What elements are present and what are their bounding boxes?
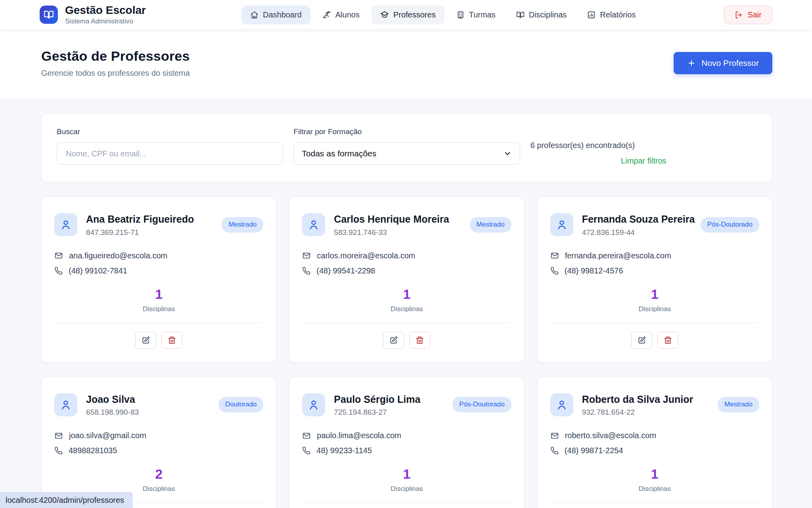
disciplines-label: Disciplinas [302,485,511,493]
user-icon [556,399,568,411]
edit-button[interactable] [631,332,652,349]
phone-icon [54,267,63,275]
mail-icon [54,251,63,260]
logout-icon [735,11,743,19]
nav-item-turmas[interactable]: Turmas [448,6,504,24]
trash-icon [664,336,672,344]
nav-item-alunos[interactable]: Alunos [314,6,368,24]
phone-icon [54,446,63,455]
nav-label: Professores [393,10,436,19]
new-professor-label: Novo Professor [701,58,759,68]
new-professor-button[interactable]: Novo Professor [674,52,772,74]
nav-item-relatorios[interactable]: Relatórios [578,6,644,24]
formation-select[interactable]: Todas as formações [293,142,520,165]
nav-label: Alunos [335,10,360,19]
disciplines-count: 1 [302,466,511,482]
card-divider [550,502,759,503]
disciplines-count: 1 [54,287,263,302]
professor-name: Roberto da Silva Junior [582,393,712,406]
professor-email: joao.silva@gmail.com [69,431,146,440]
nav-item-professores[interactable]: Professores [372,6,444,24]
formation-badge: Mestrado [718,397,759,412]
status-url-bar: localhost:4200/admin/professores [0,492,132,508]
card-divider [302,502,511,503]
professor-email: ana.figueiredo@escola.com [69,251,167,260]
professor-name: Joao Silva [86,393,213,406]
avatar [550,393,573,416]
formation-filter-label: Filtrar por Formação [293,127,520,136]
formation-badge: Doutorado [218,397,263,412]
user-icon [556,219,568,231]
disciplines-label: Disciplinas [302,305,511,313]
disciplines-label: Disciplinas [550,485,759,493]
professor-email: fernanda.pereira@escola.com [565,251,671,260]
page-title: Gestão de Professores [41,48,190,64]
formation-badge: Pós-Doutorado [701,217,759,233]
search-label: Buscar [57,127,283,136]
mail-icon [302,431,311,440]
disciplines-count: 1 [302,287,511,302]
app-subtitle: Sistema Administrativo [65,17,146,25]
app-title: Gestão Escolar [65,4,146,17]
avatar [550,213,573,236]
page-header: Gestão de Professores Gerencie todos os … [0,29,812,98]
delete-button[interactable] [409,332,430,349]
phone-icon [550,446,559,455]
results-count: 6 professor(es) encontrado(s) [530,141,757,150]
top-navbar: Gestão Escolar Sistema Administrativo Da… [0,0,812,29]
professor-cpf: 583.921.746-33 [334,228,464,237]
student-icon [322,10,331,19]
nav-item-dashboard[interactable]: Dashboard [241,6,310,24]
nav-label: Disciplinas [529,10,567,19]
nav-label: Dashboard [263,10,302,19]
page-subtitle: Gerencie todos os professores do sistema [41,69,190,78]
user-icon [60,219,72,231]
professor-cpf: 725.194.863-27 [334,408,447,417]
delete-button[interactable] [161,332,182,349]
plus-icon [687,59,696,67]
trash-icon [168,336,176,344]
edit-button[interactable] [135,332,156,349]
edit-icon [638,336,646,344]
edit-button[interactable] [383,332,404,349]
user-icon [60,399,72,411]
disciplines-count: 2 [54,466,263,482]
formation-badge: Mestrado [222,217,263,233]
search-input[interactable] [57,142,283,165]
professor-name: Ana Beatriz Figueiredo [86,213,216,226]
professor-email: carlos.moreira@escola.com [317,251,415,260]
edit-icon [389,336,398,344]
logout-button[interactable]: Sair [724,6,772,24]
professor-cpf: 472.836.159-44 [582,228,695,237]
chevron-down-icon [503,149,512,158]
nav-label: Turmas [469,10,496,19]
clear-filters-link[interactable]: Limpar filtros [621,156,666,165]
formation-badge: Mestrado [470,217,511,233]
building-icon [456,11,465,19]
professor-phone: (48) 99812-4576 [565,266,623,275]
avatar [54,213,77,236]
avatar [302,213,325,236]
avatar [302,393,325,416]
professor-card: Paulo Sérgio Lima 725.194.863-27 Pós-Dou… [289,377,524,508]
nav-label: Relatórios [600,10,636,19]
professor-name: Paulo Sérgio Lima [334,393,447,406]
professor-card: Joao Silva 658.198.990-83 Doutorado joao… [41,377,276,508]
edit-icon [142,336,150,344]
card-divider [54,323,263,323]
mail-icon [54,431,63,440]
app-logo [40,6,58,24]
card-divider [550,323,759,323]
home-icon [250,11,259,19]
professor-phone: (48) 99871-2254 [565,446,623,455]
professor-phone: 48) 99233-1145 [316,446,372,455]
professor-cpf: 658.198.990-83 [86,408,213,417]
nav-item-disciplinas[interactable]: Disciplinas [508,6,576,24]
delete-button[interactable] [657,332,678,349]
phone-icon [550,267,559,275]
professor-name: Carlos Henrique Moreira [334,213,464,226]
professor-card: Ana Beatriz Figueiredo 847.369.215-71 Me… [41,196,276,363]
mail-icon [550,251,559,260]
filter-bar: Buscar Filtrar por Formação Todas as for… [41,114,772,183]
user-icon [308,219,320,231]
